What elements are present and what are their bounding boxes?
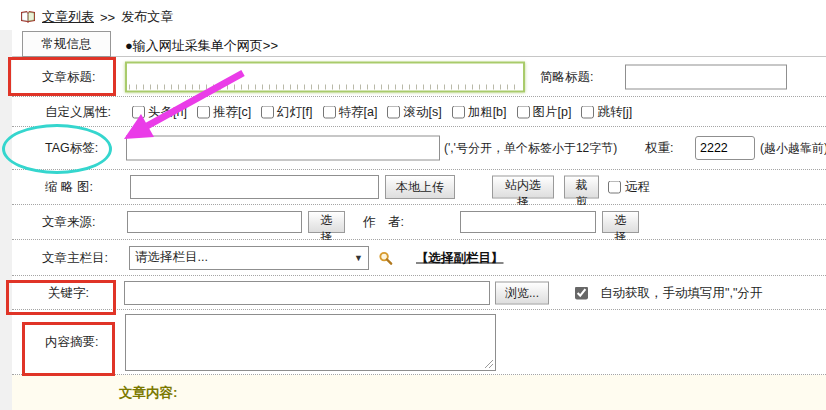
attr-option: 滚动[s]: [387, 103, 441, 120]
title-label: 文章标题:: [42, 68, 95, 85]
breadcrumb: 文章列表 >> 发布文章: [20, 8, 173, 26]
category-label: 文章主栏目:: [42, 249, 108, 266]
breadcrumb-separator: >>: [100, 10, 115, 25]
tag-label: TAG标签:: [45, 140, 98, 157]
breadcrumb-current: 发布文章: [121, 8, 173, 26]
attr-checkbox-s[interactable]: [387, 105, 400, 118]
author-label: 作 者:: [363, 214, 404, 231]
author-select-button[interactable]: 选择: [602, 211, 639, 233]
attr-label: 头条[h]: [148, 103, 187, 120]
remote-checkbox[interactable]: [608, 181, 621, 194]
weight-label: 权重:: [645, 140, 673, 157]
attr-label: 滚动[s]: [403, 103, 441, 120]
title-input-wrap: [125, 61, 525, 92]
keywords-input[interactable]: [124, 281, 490, 305]
source-input[interactable]: [127, 211, 302, 233]
weight-input[interactable]: [695, 136, 755, 160]
row-title: 文章标题: 简略标题:: [12, 57, 826, 97]
row-source-author: 文章来源: 选择 作 者: 选择: [12, 205, 826, 240]
summary-textarea[interactable]: [125, 314, 496, 371]
attr-label: 图片[p]: [533, 103, 572, 120]
category-select[interactable]: 请选择栏目... ▼: [129, 246, 369, 270]
row-thumbnail: 缩 略 图: 本地上传 站内选择 裁剪 远程: [12, 170, 826, 205]
breadcrumb-link-article-list[interactable]: 文章列表: [42, 8, 94, 26]
page-left-margin: [0, 30, 12, 410]
upload-local-button[interactable]: 本地上传: [385, 175, 455, 199]
content-label: 文章内容:: [119, 384, 178, 402]
source-select-button[interactable]: 选择: [308, 211, 345, 233]
attr-label: 幻灯[f]: [277, 103, 312, 120]
attr-checkbox-b[interactable]: [452, 105, 465, 118]
attr-label: 特荐[a]: [339, 103, 378, 120]
attr-label: 跳转[j]: [597, 103, 632, 120]
auto-keywords-checkbox[interactable]: [575, 286, 588, 299]
tab-general-info[interactable]: 常规信息: [22, 31, 111, 57]
publish-article-page: 文章列表 >> 发布文章 常规信息 ●输入网址采集单个网页>> 文章标题: 简略…: [0, 0, 826, 410]
attr-option: 加粗[b]: [452, 103, 507, 120]
short-title-label: 简略标题:: [540, 68, 593, 85]
source-label: 文章来源:: [42, 214, 95, 231]
sub-category-link[interactable]: 【选择副栏目】: [416, 249, 504, 266]
browse-button[interactable]: 浏览...: [495, 281, 549, 304]
row-tag: TAG标签: (','号分开，单个标签小于12字节) 权重: (越小越靠前): [12, 127, 826, 170]
attr-checkbox-f[interactable]: [261, 105, 274, 118]
thumbnail-label: 缩 略 图:: [45, 179, 93, 196]
attributes-label: 自定义属性:: [45, 103, 111, 120]
search-icon[interactable]: [378, 250, 393, 265]
collect-url-link[interactable]: ●输入网址采集单个网页>>: [125, 37, 278, 55]
attr-option: 跳转[j]: [581, 103, 632, 120]
attr-option: 推荐[c]: [197, 103, 251, 120]
attr-checkbox-h[interactable]: [132, 105, 145, 118]
attr-label: 加粗[b]: [468, 103, 507, 120]
attr-option: 幻灯[f]: [261, 103, 312, 120]
attr-checkbox-a[interactable]: [323, 105, 336, 118]
attr-checkbox-c[interactable]: [197, 105, 210, 118]
chevron-down-icon: ▼: [354, 253, 363, 263]
attr-option: 图片[p]: [517, 103, 572, 120]
tag-hint: (','号分开，单个标签小于12字节): [444, 140, 617, 157]
short-title-input[interactable]: [625, 64, 787, 89]
summary-label: 内容摘要:: [45, 334, 98, 351]
attr-option: 特荐[a]: [323, 103, 378, 120]
row-category: 文章主栏目: 请选择栏目... ▼ 【选择副栏目】: [12, 240, 826, 276]
remote-label: 远程: [625, 179, 650, 196]
attr-checkbox-j[interactable]: [581, 105, 594, 118]
category-select-value: 请选择栏目...: [135, 249, 354, 266]
book-icon: [20, 10, 36, 24]
keywords-label: 关键字:: [48, 284, 89, 301]
attr-checkbox-p[interactable]: [517, 105, 530, 118]
auto-keywords-label: 自动获取，手动填写用","分开: [600, 284, 762, 301]
site-select-button[interactable]: 站内选择: [492, 176, 554, 199]
attribute-options: 头条[h] 推荐[c] 幻灯[f] 特荐[a] 滚动[s] 加粗[b]: [132, 103, 642, 120]
weight-hint: (越小越靠前): [760, 140, 826, 157]
attr-option: 头条[h]: [132, 103, 187, 120]
content-section: 文章内容:: [12, 375, 826, 410]
row-attributes: 自定义属性: 头条[h] 推荐[c] 幻灯[f] 特荐[a] 滚动[s]: [12, 97, 826, 127]
title-input[interactable]: [125, 61, 525, 92]
tag-input[interactable]: [126, 136, 440, 161]
row-summary: 内容摘要:: [12, 310, 826, 375]
row-keywords: 关键字: 浏览... 自动获取，手动填写用","分开: [12, 276, 826, 310]
crop-button[interactable]: 裁剪: [564, 176, 599, 199]
author-input[interactable]: [460, 211, 596, 233]
thumbnail-input[interactable]: [130, 175, 379, 199]
attr-label: 推荐[c]: [213, 103, 251, 120]
